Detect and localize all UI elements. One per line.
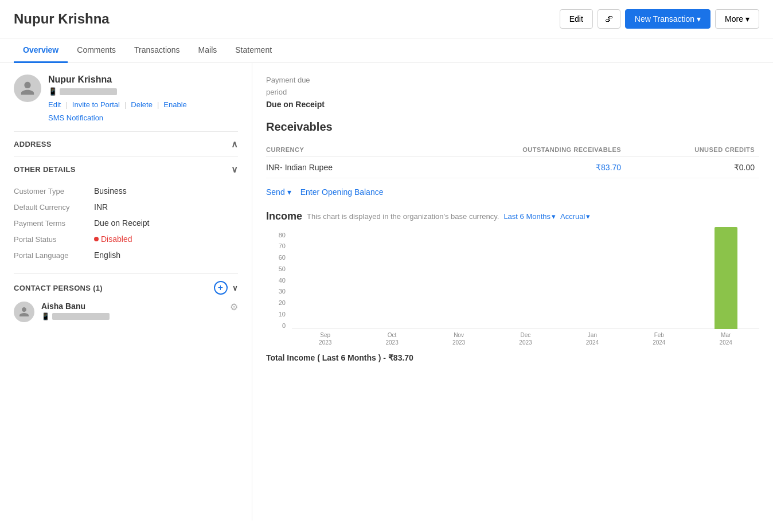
enable-link[interactable]: Enable (163, 100, 186, 109)
method-dropdown[interactable]: Accrual ▾ (560, 212, 590, 221)
left-panel: Nupur Krishna 📱 Edit | Invite to Portal … (0, 63, 252, 521)
receivables-title: Receivables (266, 120, 759, 134)
unused-credits-column-header: UNUSED CREDITS (626, 143, 759, 157)
y-label-10: 10 (279, 311, 286, 318)
invite-portal-link[interactable]: Invite to Portal (72, 100, 120, 109)
y-label-70: 70 (279, 242, 286, 249)
add-contact-button[interactable]: + (214, 281, 228, 295)
income-chart: 80 70 60 50 40 30 20 10 0 (266, 232, 759, 346)
edit-button[interactable]: Edit (560, 9, 593, 29)
customer-type-value: Business (94, 186, 238, 195)
method-dropdown-icon: ▾ (586, 212, 590, 221)
payment-terms-row: Payment Terms Due on Receipt (14, 218, 238, 228)
income-total: Total Income ( Last 6 Months ) - ₹83.70 (266, 353, 759, 362)
more-button[interactable]: More ▾ (715, 9, 759, 29)
x-label-sep: Sep2023 (319, 330, 331, 346)
outstanding-cell: ₹83.70 (413, 157, 626, 178)
currency-column-header: CURRENCY (266, 143, 413, 157)
contact-persons-title: CONTACT PERSONS (1) (14, 284, 103, 292)
default-currency-value: INR (94, 202, 238, 212)
profile-section: Nupur Krishna 📱 Edit | Invite to Portal … (14, 75, 238, 122)
contact-name: Aisha Banu (41, 302, 110, 311)
tab-comments[interactable]: Comments (68, 38, 125, 63)
more-label: More (725, 14, 743, 24)
edit-profile-link[interactable]: Edit (48, 100, 61, 109)
bar-jan-2024 (559, 232, 626, 329)
contact-phone: 📱 (41, 312, 110, 320)
right-panel: Payment due period Due on Receipt Receiv… (252, 63, 773, 521)
income-title: Income (266, 210, 302, 222)
payment-terms-label: Payment Terms (14, 218, 94, 228)
default-currency-label: Default Currency (14, 202, 94, 212)
y-label-0: 0 (282, 322, 286, 329)
bar-mar-2024 (693, 232, 759, 329)
contact-persons-section: CONTACT PERSONS (1) + ∨ Aisha Banu 📱 (14, 273, 238, 322)
period-dropdown[interactable]: Last 6 Months ▾ (503, 212, 556, 221)
address-section-header[interactable]: ADDRESS ∧ (14, 131, 238, 157)
chart-bars-area (292, 232, 759, 329)
y-label-30: 30 (279, 288, 286, 295)
enter-opening-balance-link[interactable]: Enter Opening Balance (300, 187, 384, 197)
tab-statement[interactable]: Statement (226, 38, 281, 63)
contact-user-icon (18, 306, 30, 318)
x-label-jan: Jan2024 (586, 330, 599, 346)
dropdown-arrow-icon: ▾ (697, 14, 701, 24)
tab-overview[interactable]: Overview (14, 38, 68, 63)
portal-status-label: Portal Status (14, 234, 94, 244)
contact-phone-icon: 📱 (41, 312, 50, 320)
receivables-table: CURRENCY OUTSTANDING RECEIVABLES UNUSED … (266, 143, 759, 178)
income-section: Income This chart is displayed in the or… (266, 210, 759, 362)
customer-type-label: Customer Type (14, 186, 94, 195)
more-dropdown-icon: ▾ (745, 14, 749, 24)
attach-button[interactable]: 🖇 (598, 9, 620, 29)
bar-nov-2023 (425, 232, 492, 329)
send-dropdown-icon: ▾ (287, 187, 291, 197)
x-label-dec: Dec2023 (519, 330, 532, 346)
page-title: Nupur Krishna (14, 11, 560, 27)
receivables-table-header: CURRENCY OUTSTANDING RECEIVABLES UNUSED … (266, 143, 759, 157)
detail-grid: Customer Type Business Default Currency … (14, 182, 238, 273)
profile-phone: 📱 (48, 87, 238, 96)
payment-due-label: Payment due period (266, 75, 759, 99)
contact-avatar (14, 302, 34, 322)
tab-bar: Overview Comments Transactions Mails Sta… (0, 38, 773, 63)
y-label-60: 60 (279, 254, 286, 261)
bar-mar (715, 227, 737, 329)
y-label-40: 40 (279, 277, 286, 284)
income-header: Income This chart is displayed in the or… (266, 210, 759, 222)
other-details-chevron-icon: ∨ (231, 164, 238, 175)
outstanding-amount[interactable]: ₹83.70 (596, 163, 621, 172)
contact-persons-header: CONTACT PERSONS (1) + ∨ (14, 281, 238, 295)
receivables-actions: Send ▾ Enter Opening Balance (266, 187, 759, 197)
sms-notification-link[interactable]: SMS Notification (48, 114, 103, 122)
delete-link[interactable]: Delete (131, 100, 153, 109)
y-label-80: 80 (279, 232, 286, 238)
bar-sep-2023 (292, 232, 358, 329)
portal-status-row: Portal Status Disabled (14, 234, 238, 244)
attach-icon: 🖇 (605, 14, 613, 24)
x-label-nov: Nov2023 (452, 330, 465, 346)
portal-language-label: Portal Language (14, 251, 94, 260)
period-dropdown-icon: ▾ (552, 212, 556, 221)
user-icon (19, 80, 36, 96)
tab-mails[interactable]: Mails (189, 38, 227, 63)
x-label-feb: Feb2024 (653, 330, 665, 346)
bar-dec-2023 (492, 232, 559, 329)
portal-language-row: Portal Language English (14, 251, 238, 260)
outstanding-column-header: OUTSTANDING RECEIVABLES (413, 143, 626, 157)
new-transaction-button[interactable]: New Transaction ▾ (625, 9, 710, 29)
contact-persons-chevron-icon[interactable]: ∨ (232, 284, 238, 292)
bar-oct-2023 (358, 232, 425, 329)
header-actions: Edit 🖇 New Transaction ▾ More ▾ (560, 9, 759, 29)
page-header: Nupur Krishna Edit 🖇 New Transaction ▾ M… (0, 0, 773, 38)
main-content: Nupur Krishna 📱 Edit | Invite to Portal … (0, 63, 773, 521)
tab-transactions[interactable]: Transactions (125, 38, 189, 63)
contact-settings-icon[interactable]: ⚙ (230, 302, 238, 312)
send-link[interactable]: Send ▾ (266, 187, 291, 197)
y-label-20: 20 (279, 299, 286, 306)
contact-info: Aisha Banu 📱 (41, 302, 110, 320)
unused-credits-cell: ₹0.00 (626, 157, 759, 178)
other-details-section-header[interactable]: OTHER DETAILS ∨ (14, 157, 238, 182)
payment-due-value: Due on Receipt (266, 100, 759, 109)
currency-cell: INR- Indian Rupee (266, 157, 413, 178)
